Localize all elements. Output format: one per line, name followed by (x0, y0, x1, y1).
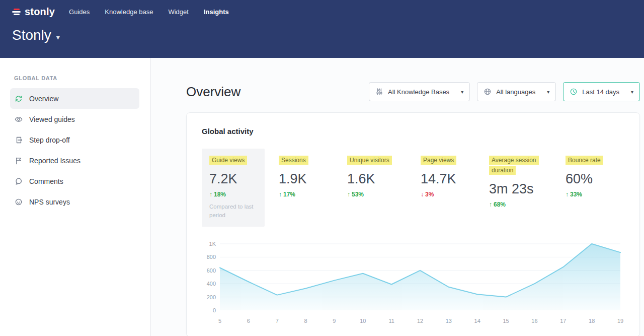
eye-icon (15, 115, 23, 123)
comment-bubble-icon (15, 177, 23, 185)
metric-value: 7.2K (209, 171, 257, 187)
metric-value: 1.6K (347, 171, 407, 187)
trend-arrow-icon: ↑ (209, 191, 212, 198)
sidebar-item-label: Step drop-off (29, 136, 70, 144)
svg-text:19: 19 (617, 318, 623, 324)
svg-text:18: 18 (589, 318, 595, 324)
metric-change-value: 53% (352, 191, 364, 198)
nav-insights[interactable]: Insights (204, 6, 229, 18)
nav-knowledge-base[interactable]: Knowledge base (105, 6, 153, 18)
sidebar-item-label: NPS surveys (29, 198, 70, 206)
svg-text:600: 600 (207, 267, 216, 273)
svg-text:9: 9 (333, 318, 336, 324)
metric-note: Compared to last period (209, 203, 257, 219)
metric-label: Unique visitors (347, 156, 392, 165)
metric-label: Bounce rate (566, 156, 603, 165)
sidebar-item-viewed-guides[interactable]: Viewed guides (10, 109, 139, 129)
activity-area-chart-svg: 02004006008001K5678910111213141516171819 (202, 239, 624, 325)
metric-label: Sessions (279, 156, 308, 165)
metric-value: 1.9K (279, 171, 333, 187)
sidebar-item-label: Reported Issues (29, 157, 80, 165)
metric-change-value: 18% (214, 191, 226, 198)
sidebar-item-overview[interactable]: Overview (10, 88, 139, 109)
metrics-row: Guide views 7.2K ↑ 18% Compared to last … (202, 149, 624, 227)
stonly-logo-icon (12, 9, 21, 15)
activity-area-chart: 02004006008001K5678910111213141516171819 (202, 239, 624, 327)
sidebar-item-label: Overview (29, 95, 58, 103)
filters-bar: All Knowledge Bases ▾ All languages ▾ (369, 82, 640, 101)
metric-average-session-duration: Average session duration 3m 23s ↑ 68% (489, 155, 551, 208)
trend-arrow-icon: ↑ (347, 191, 350, 198)
stonly-logo[interactable]: stonly (12, 6, 55, 18)
filter-label: All languages (496, 88, 535, 96)
globe-icon (484, 88, 492, 96)
svg-text:400: 400 (207, 281, 216, 287)
metric-change-value: 33% (570, 191, 582, 198)
card-title: Global activity (202, 127, 624, 136)
metric-change: ↑ 17% (279, 191, 333, 198)
chevron-down-icon: ▾ (56, 33, 60, 41)
languages-filter[interactable]: All languages ▾ (477, 82, 556, 101)
svg-text:12: 12 (417, 318, 423, 324)
nav-widget[interactable]: Widget (168, 6, 188, 18)
chevron-down-icon: ▾ (547, 89, 549, 95)
top-nav-row: stonly Guides Knowledge base Widget Insi… (12, 6, 644, 18)
sync-icon (15, 95, 23, 103)
sidebar: GLOBAL DATA Overview Viewed guides (0, 58, 151, 336)
svg-text:1K: 1K (209, 241, 216, 247)
top-header: stonly Guides Knowledge base Widget Insi… (0, 0, 644, 58)
sidebar-section-label: GLOBAL DATA (14, 75, 150, 81)
trend-arrow-icon: ↑ (489, 201, 492, 208)
metric-value: 14.7K (421, 171, 475, 187)
clock-icon (570, 88, 578, 96)
svg-text:6: 6 (247, 318, 250, 324)
workspace-title: Stonly (12, 27, 51, 43)
sidebar-item-reported-issues[interactable]: Reported Issues (10, 150, 139, 171)
svg-text:16: 16 (531, 318, 537, 324)
metric-change: ↑ 33% (566, 191, 614, 198)
global-activity-card: Global activity Guide views 7.2K ↑ 18% C… (186, 112, 640, 336)
metric-change: ↑ 68% (489, 201, 551, 208)
metric-guide-views: Guide views 7.2K ↑ 18% Compared to last … (202, 149, 265, 227)
sidebar-item-label: Viewed guides (29, 115, 75, 123)
sliders-icon (375, 88, 383, 96)
metric-change: ↓ 3% (421, 191, 475, 198)
svg-text:8: 8 (304, 318, 307, 324)
main-content: Overview All Knowledge Bases ▾ (151, 58, 644, 336)
sidebar-item-label: Comments (29, 177, 63, 185)
metric-sessions: Sessions 1.9K ↑ 17% (279, 155, 333, 198)
trend-arrow-icon: ↓ (421, 191, 424, 198)
svg-text:800: 800 (207, 254, 216, 260)
sidebar-item-comments[interactable]: Comments (10, 171, 139, 191)
svg-text:10: 10 (360, 318, 366, 324)
step-dropoff-icon (15, 136, 23, 144)
logo-text: stonly (25, 6, 55, 18)
svg-text:0: 0 (213, 307, 216, 313)
smiley-icon (15, 198, 23, 206)
metric-label: Average session duration (489, 156, 539, 175)
metric-change-value: 3% (425, 191, 434, 198)
flag-icon (15, 157, 23, 165)
metric-change: ↑ 18% (209, 191, 257, 198)
metric-change: ↑ 53% (347, 191, 407, 198)
workspace-switcher[interactable]: Stonly ▾ (12, 27, 60, 43)
metric-label: Guide views (209, 156, 247, 165)
nav-guides[interactable]: Guides (69, 6, 90, 18)
filter-label: Last 14 days (582, 88, 619, 96)
metric-change-value: 68% (494, 201, 506, 208)
sidebar-item-nps-surveys[interactable]: NPS surveys (10, 191, 139, 212)
metric-value: 3m 23s (489, 181, 551, 197)
svg-text:5: 5 (218, 318, 221, 324)
filter-label: All Knowledge Bases (388, 88, 449, 96)
svg-text:200: 200 (207, 294, 216, 300)
sidebar-item-step-drop-off[interactable]: Step drop-off (10, 129, 139, 150)
svg-text:17: 17 (560, 318, 566, 324)
metric-page-views: Page views 14.7K ↓ 3% (421, 155, 475, 198)
metric-bounce-rate: Bounce rate 60% ↑ 33% (566, 155, 614, 198)
svg-text:11: 11 (388, 318, 394, 324)
trend-arrow-icon: ↑ (279, 191, 282, 198)
date-range-filter[interactable]: Last 14 days ▾ (563, 82, 640, 101)
chevron-down-icon: ▾ (461, 89, 463, 95)
svg-text:15: 15 (503, 318, 509, 324)
knowledge-bases-filter[interactable]: All Knowledge Bases ▾ (369, 82, 470, 101)
